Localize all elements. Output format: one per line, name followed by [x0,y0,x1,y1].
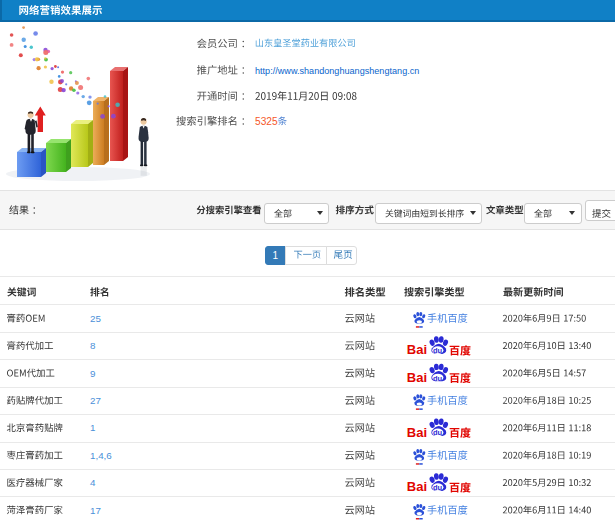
svg-text:du: du [433,428,443,437]
svg-text:1: 1 [273,250,279,261]
svg-text:1: 1 [90,422,95,433]
svg-text:du: du [433,374,443,383]
svg-text:17: 17 [90,505,101,516]
svg-text:4: 4 [90,477,96,488]
svg-text:8: 8 [90,340,96,351]
svg-text:Bai: Bai [407,370,427,385]
svg-text:du: du [433,346,443,355]
svg-text:25: 25 [90,313,101,324]
svg-text:http://www.shandonghuangshengt: http://www.shandonghuangshengtang.cn [255,66,419,76]
svg-text:9: 9 [90,368,95,379]
svg-text:Bai: Bai [407,342,427,357]
svg-text:5325: 5325 [255,116,278,127]
svg-text:du: du [433,483,443,492]
svg-text:1,4,6: 1,4,6 [90,450,112,461]
svg-text:Bai: Bai [407,479,427,494]
svg-text:27: 27 [90,395,101,406]
svg-text:Bai: Bai [407,425,427,440]
